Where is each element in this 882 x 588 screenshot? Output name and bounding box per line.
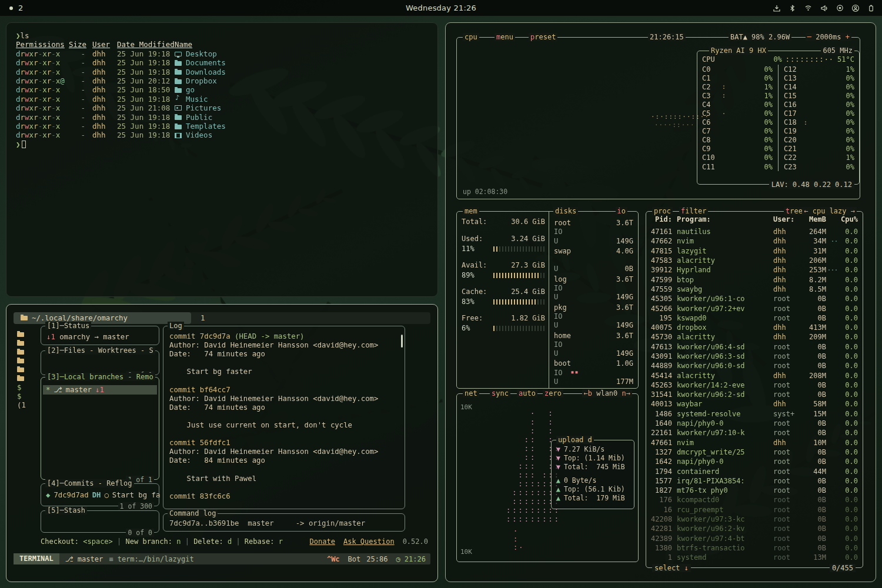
clock[interactable]: Wednesday 21:26 (406, 4, 476, 12)
tree-button[interactable]: tree (784, 207, 804, 215)
keybinding[interactable]: Checkout: <space> (41, 537, 113, 547)
branch-row[interactable]: * ⎇ master ↓1 (43, 385, 157, 395)
filter-button[interactable]: filter (679, 207, 708, 215)
process-row[interactable]: 40075 dropbox dhh 413M 0.0 (651, 323, 858, 332)
process-list[interactable]: 47161 nautilus dhh 264M 0.0 47662 nvim d… (651, 227, 858, 563)
process-row[interactable]: 47559 swaybg dhh 8.5M 0.0 (651, 285, 858, 294)
repo-path-tab[interactable]: ~/.local/share/omarchy (14, 312, 191, 324)
btop-window[interactable]: cpu menu preset 21:26:15 BAT▲ 98% 2.96W … (445, 22, 876, 582)
process-row[interactable]: 47583 alacritty dhh 206M 0.0 (651, 256, 858, 265)
commits-panel[interactable]: [4]─Commits - Reflog ◆7dc9d7adDH○Start b… (41, 483, 159, 506)
ls-row: drwxr-xr-x - dhh 25 Jun 21:08 Pictures (16, 103, 428, 112)
wifi-icon[interactable] (804, 4, 813, 12)
statusline-coords: 25:86 (366, 555, 387, 563)
ls-row: drwxr-xr-x - dhh 25 Jun 19:18 Music (16, 95, 428, 103)
sort-next-button[interactable]: → (851, 207, 855, 215)
process-row[interactable]: 45263 kworker/14:2-eve root 0B 0.0 (651, 380, 858, 390)
keybinding[interactable]: New branch: n (113, 537, 181, 547)
process-row[interactable]: 42281 kworker/u96:2-kv root 0B 0.0 (651, 524, 858, 533)
record-icon[interactable] (836, 4, 844, 12)
select-hint[interactable]: select ↓ (652, 564, 691, 572)
process-row[interactable]: 176 kcompactd0 root 0B 0.0 (651, 495, 858, 505)
process-row[interactable]: 22161 kworker/u97:10-k root 0B 0.0 (651, 428, 858, 437)
commit-row[interactable]: ◆7dc9d7adDH○Start bg fa (46, 491, 160, 499)
menu-button[interactable]: menu (495, 33, 515, 41)
branches-panel[interactable]: [3]─Local branches - Remo * ⎇ master ↓1 … (41, 377, 159, 480)
proc-header-row: Pid: Program: User: MemB Cpu% (651, 215, 858, 225)
lazygit-window[interactable]: ~/.local/share/omarchy 1 $$(1 [1]─Status… (6, 304, 438, 582)
process-row[interactable]: 40013 waybar dhh 58M 0.0 (651, 399, 858, 409)
keybinding[interactable]: Delete: d (181, 537, 232, 547)
process-row[interactable]: 1794 containerd root 44M 0.0 (651, 466, 858, 476)
process-row[interactable]: 42389 kworker/u97:4-bt root 0B 0.0 (651, 534, 858, 543)
prompt-icon: ❯ (16, 140, 21, 149)
prev-interface-button[interactable]: ←b (584, 389, 592, 397)
log-body[interactable]: commit 7dc9d7a (HEAD -> master)Author: D… (169, 332, 399, 505)
interval-plus-button[interactable]: + (846, 33, 850, 41)
sort-prev-button[interactable]: ← (804, 207, 808, 215)
zero-button[interactable]: zero (543, 389, 563, 397)
command-log-panel[interactable]: Command log 7dc9d7a..b3691be master -> o… (163, 513, 405, 532)
process-row[interactable]: 47662 nvim dhh 34M ·· 0.0 (651, 236, 858, 246)
process-row[interactable]: 47815 lazygit dhh 31M 0.0 (651, 246, 858, 256)
process-row[interactable]: 39912 Hyprland dhh 253M ··· 0.0 (651, 265, 858, 275)
log-panel[interactable]: Log commit 7dc9d7a (HEAD -> master)Autho… (163, 326, 405, 509)
load-average: LAV: 0.48 0.22 0.12 (769, 181, 854, 189)
keybinding[interactable]: Rebase: r (232, 537, 283, 547)
log-line: commit 56fdfc1 (169, 439, 399, 447)
interval-minus-button[interactable]: ─ (807, 33, 811, 41)
upload-stat: ▲0 Byte/s (556, 476, 629, 485)
process-row[interactable]: 47161 nautilus dhh 264M 0.0 (651, 227, 858, 236)
process-row[interactable]: 1327 dmcrypt_write/25 root 0B 0.0 (651, 447, 858, 457)
memory-stats: Total:30.6 GiB Used:3.24 GiB 11% Avail:2… (462, 218, 545, 333)
ls-row: drwxr-xr-x - dhh 25 Jun 19:18 Public (16, 113, 428, 122)
volume-icon[interactable] (820, 4, 828, 12)
process-row[interactable]: 43091 kworker/u96:3-sd root 0B 0.0 (651, 352, 858, 361)
preset-button[interactable]: preset (529, 33, 557, 41)
status-panel[interactable]: [1]─Status ↓1 omarchy → master (41, 326, 159, 345)
process-row[interactable]: 47599 btop dhh 8.2M 0.0 (651, 275, 858, 284)
process-row[interactable]: 1577 irq/81-PIXA3854: root 0B 0.0 (651, 476, 858, 486)
log-scrollbar[interactable] (401, 335, 403, 348)
user-icon[interactable] (851, 4, 860, 12)
sync-button[interactable]: sync (490, 389, 510, 397)
process-row[interactable]: 44889 kworker/u96:0-sd root 0B 0.0 (651, 361, 858, 370)
process-row[interactable]: 16 rcu_preempt root 0B 0.0 (651, 505, 858, 514)
next-interface-button[interactable]: n→ (622, 389, 630, 397)
panel-title: Log (168, 322, 184, 330)
net-stats-box: upload d ▼7.27 KiB/s▼Top: (1.14 Mib)▼Tot… (551, 440, 634, 509)
workspace-number[interactable]: 2 (18, 4, 23, 12)
terminal-ls-window[interactable]: ❯ls Permissions Size User Date Modified … (6, 22, 438, 297)
process-row[interactable]: 195 kswapd0 root 0B 0.0 (651, 313, 858, 323)
donate-link[interactable]: Donate (310, 537, 335, 547)
process-row[interactable]: 31541 kworker/u96:2-sd root 0B 0.0 (651, 390, 858, 399)
battery-icon[interactable] (867, 4, 875, 12)
log-line: commit 83fc6c6 (169, 492, 399, 501)
process-row[interactable]: 1642 napi/phy0-0 root 0B 0.0 (651, 457, 858, 466)
proc-box: proc filter tree ← cpu lazy → Pid: Progr… (646, 211, 863, 568)
shell-prompt: $ (17, 383, 34, 392)
process-row[interactable]: 1380 btrfs-transactio root 0B 0.0 (651, 543, 858, 553)
bluetooth-icon[interactable] (789, 4, 796, 12)
process-row[interactable]: 42208 kworker/u97:3-kc root 0B 0.0 (651, 514, 858, 524)
process-row[interactable]: 45266 kworker/u97:2+ev root 0B 0.0 (651, 303, 858, 313)
auto-button[interactable]: auto (517, 389, 537, 397)
net-box-title: net (463, 389, 479, 397)
stash-panel[interactable]: [5]─Stash 0 of 0 (41, 510, 159, 533)
download-stat: ▼Total: 745 MiB (556, 463, 629, 472)
tab-number[interactable]: 1 (201, 314, 205, 322)
ask-question-link[interactable]: Ask Question (343, 537, 395, 547)
process-row[interactable]: 1827 mt76-tx phy0 root 0B 0.0 (651, 486, 858, 495)
process-row[interactable]: 45730 alacritty dhh 209M 0.0 (651, 332, 858, 342)
process-row[interactable]: 47661 nvim dhh 10M 0.0 (651, 438, 858, 447)
core-row: C110% (702, 162, 773, 171)
files-panel[interactable]: [2]─Files - Worktrees - S 0 of 0 (41, 350, 159, 375)
process-row[interactable]: 47613 kworker/u96:4-sd root 0B 0.0 (651, 342, 858, 352)
process-row[interactable]: 45305 kworker/u96:1-co root 0B 0.0 (651, 294, 858, 303)
process-row[interactable]: 1 systemd root 13M 0.0 (651, 553, 858, 562)
terminal-cursor[interactable] (22, 141, 26, 148)
process-row[interactable]: 1640 napi/phy0-0 root 0B 0.0 (651, 419, 858, 428)
process-row[interactable]: 45414 alacritty dhh 208M 0.0 (651, 370, 858, 380)
process-row[interactable]: 1486 systemd-resolve syst+ 15M 0.0 (651, 409, 858, 419)
tray-inhibit-icon[interactable] (773, 4, 781, 12)
